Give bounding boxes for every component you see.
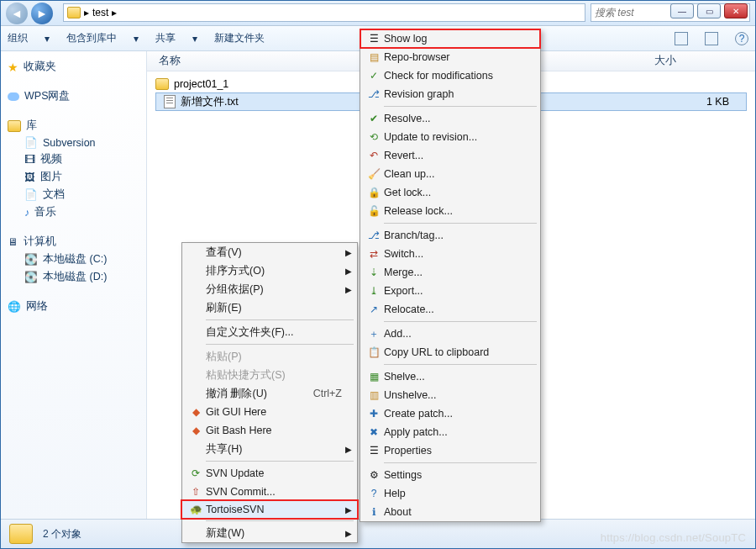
svn-export[interactable]: ⤓Export...: [360, 282, 540, 300]
doc-icon: 📄: [24, 188, 38, 201]
svn-update-to-rev[interactable]: ⟲Update to revision...: [360, 128, 540, 146]
folder-icon: [9, 524, 33, 544]
svn-help[interactable]: ?Help: [360, 484, 540, 503]
svn-switch[interactable]: ⇄Switch...: [360, 245, 540, 263]
star-icon: ★: [8, 61, 18, 74]
svn-update-icon: ⟳: [186, 467, 206, 479]
music-icon: ♪: [24, 207, 29, 219]
statusbar: 2 个对象: [1, 519, 755, 548]
preview-pane-icon[interactable]: [705, 32, 718, 45]
svn-add[interactable]: ＋Add...: [360, 325, 540, 343]
props-icon: ☰: [364, 445, 384, 457]
svn-get-lock[interactable]: 🔒Get lock...: [360, 183, 540, 202]
ctx-svn-update[interactable]: ⟳SVN Update: [182, 464, 357, 483]
ctx-sort[interactable]: 排序方式(O)▶: [182, 261, 357, 280]
cloud-icon: [8, 92, 19, 101]
network-icon: 🌐: [8, 300, 21, 313]
breadcrumb-sep: ▸: [84, 7, 89, 18]
folder-icon: [8, 120, 21, 132]
svn-settings[interactable]: ⚙Settings: [360, 466, 540, 484]
sidebar-computer[interactable]: 🖥计算机: [4, 233, 143, 251]
ctx-undo[interactable]: 撤消 删除(U)Ctrl+Z: [182, 384, 357, 403]
toolbar-newfolder[interactable]: 新建文件夹: [214, 31, 265, 45]
maximize-button[interactable]: ▭: [697, 3, 721, 18]
log-icon: ☰: [364, 33, 384, 45]
svn-unshelve[interactable]: ▥Unshelve...: [360, 386, 540, 404]
merge-icon: ⇣: [364, 267, 384, 278]
svn-branch-tag[interactable]: ⎇Branch/tag...: [360, 226, 540, 245]
svn-revision-graph[interactable]: ⎇Revision graph: [360, 85, 540, 103]
ctx-customize[interactable]: 自定义文件夹(F)...: [182, 323, 357, 341]
tortoise-submenu: ☰Show log ▤Repo-browser ✓Check for modif…: [360, 29, 541, 522]
ctx-share[interactable]: 共享(H)▶: [182, 440, 357, 458]
breadcrumb-sep: ▸: [112, 7, 117, 18]
close-button[interactable]: ✕: [724, 3, 748, 18]
sidebar-libraries[interactable]: 库: [4, 117, 143, 135]
patch-icon: ✚: [364, 408, 384, 420]
sidebar-item-disk-d[interactable]: 💽本地磁盘 (D:): [4, 268, 143, 286]
toolbar-share[interactable]: 共享: [155, 31, 176, 45]
svn-copy-url[interactable]: 📋Copy URL to clipboard: [360, 343, 540, 362]
ctx-refresh[interactable]: 刷新(E): [182, 298, 357, 317]
svn-create-patch[interactable]: ✚Create patch...: [360, 404, 540, 423]
svn-resolve[interactable]: ✔Resolve...: [360, 109, 540, 128]
revert-icon: ↶: [364, 150, 384, 161]
apply-patch-icon: ✖: [364, 426, 384, 438]
svn-repo-browser[interactable]: ▤Repo-browser: [360, 48, 540, 66]
sidebar-item-music[interactable]: ♪音乐: [4, 203, 143, 221]
switch-icon: ⇄: [364, 248, 384, 260]
sidebar-item-disk-c[interactable]: 💽本地磁盘 (C:): [4, 251, 143, 268]
svn-shelve[interactable]: ▦Shelve...: [360, 367, 540, 386]
clipboard-icon: 📋: [364, 346, 384, 358]
svn-cleanup[interactable]: 🧹Clean up...: [360, 165, 540, 183]
back-button[interactable]: ◄: [6, 3, 28, 24]
svn-revert[interactable]: ↶Revert...: [360, 146, 540, 165]
branch-icon: ⎇: [364, 230, 384, 241]
col-size: 大小: [654, 54, 755, 68]
sidebar-favorites[interactable]: ★收藏夹: [4, 58, 143, 76]
ctx-view[interactable]: 查看(V)▶: [182, 243, 357, 261]
sidebar-item-pictures[interactable]: 🖼图片: [4, 168, 143, 186]
forward-button[interactable]: ►: [31, 3, 53, 24]
update-icon: ⟲: [364, 131, 384, 143]
svn-check-mods[interactable]: ✓Check for modifications: [360, 66, 540, 85]
ctx-group[interactable]: 分组依据(P)▶: [182, 280, 357, 298]
svn-merge[interactable]: ⇣Merge...: [360, 263, 540, 282]
graph-icon: ⎇: [364, 88, 384, 100]
breadcrumb[interactable]: ▸ test ▸: [63, 3, 585, 22]
export-icon: ⤓: [364, 285, 384, 297]
sidebar-wps[interactable]: WPS网盘: [4, 87, 143, 105]
unlock-icon: 🔓: [364, 205, 384, 217]
status-count: 2 个对象: [43, 527, 81, 541]
titlebar: ◄ ► ▸ test ▸ 搜索 test: [1, 1, 755, 26]
sidebar: ★收藏夹 WPS网盘 库 📄Subversion 🎞视频 🖼图片 📄文档 ♪音乐…: [1, 51, 147, 519]
folder-icon: [67, 7, 81, 18]
computer-icon: 🖥: [8, 236, 18, 248]
drive-icon: 💽: [24, 271, 38, 283]
svn-show-log[interactable]: ☰Show log: [360, 29, 540, 48]
check-icon: ✓: [364, 70, 384, 82]
ctx-git-gui[interactable]: ◆Git GUI Here: [182, 403, 357, 421]
folder-icon: [155, 78, 169, 90]
sidebar-item-videos[interactable]: 🎞视频: [4, 150, 143, 168]
resolve-icon: ✔: [364, 113, 384, 124]
minimize-button[interactable]: —: [670, 3, 694, 18]
svn-properties[interactable]: ☰Properties: [360, 441, 540, 460]
ctx-tortoisesvn[interactable]: 🐢TortoiseSVN▶: [181, 500, 358, 519]
ctx-svn-commit[interactable]: ⇧SVN Commit...: [182, 483, 357, 501]
svn-apply-patch[interactable]: ✖Apply patch...: [360, 423, 540, 441]
sidebar-item-documents[interactable]: 📄文档: [4, 186, 143, 203]
help-icon[interactable]: ?: [735, 32, 748, 45]
sidebar-network[interactable]: 🌐网络: [4, 298, 143, 315]
breadcrumb-folder[interactable]: test: [92, 7, 108, 18]
view-mode-icon[interactable]: [675, 32, 688, 45]
sidebar-item-subversion[interactable]: 📄Subversion: [4, 135, 143, 150]
ctx-git-bash[interactable]: ◆Git Bash Here: [182, 421, 357, 440]
context-menu: 查看(V)▶ 排序方式(O)▶ 分组依据(P)▶ 刷新(E) 自定义文件夹(F)…: [181, 242, 358, 543]
svn-release-lock[interactable]: 🔓Release lock...: [360, 202, 540, 220]
toolbar-include[interactable]: 包含到库中: [66, 31, 117, 45]
ctx-new[interactable]: 新建(W)▶: [182, 524, 357, 542]
svn-about[interactable]: ℹAbout: [360, 503, 540, 521]
svn-relocate[interactable]: ↗Relocate...: [360, 300, 540, 319]
toolbar-organize[interactable]: 组织: [8, 31, 28, 45]
